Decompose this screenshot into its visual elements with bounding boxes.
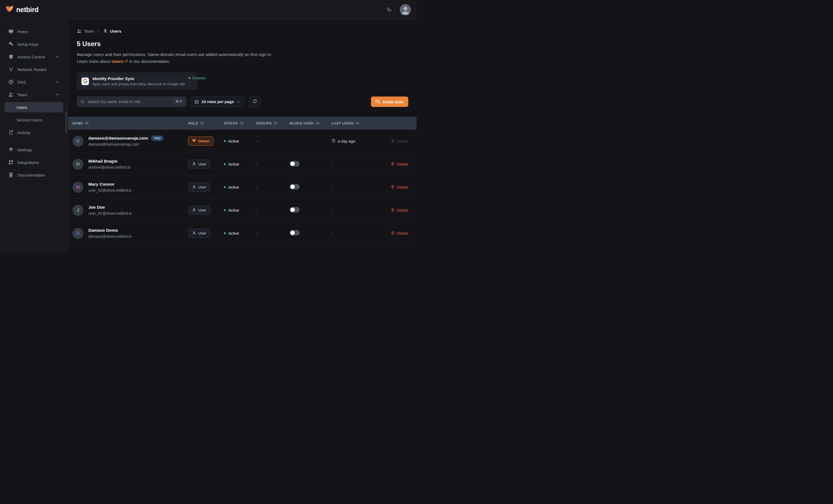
name-block: Damaso Demodamaso@show.netbird.io [88, 228, 132, 238]
role-badge[interactable]: User [188, 229, 210, 238]
name-line: Mary Connor [88, 182, 132, 187]
name-block: Mary Connoruser_02@show.netbird.io [88, 182, 132, 193]
block-user-toggle[interactable] [290, 207, 300, 212]
last-login-value: a day ago [338, 139, 355, 144]
status-cell: Active [224, 139, 256, 144]
block-user-toggle[interactable] [290, 184, 300, 190]
sidebar-item-dns[interactable]: DNS [4, 77, 63, 87]
role-label: User [198, 231, 206, 235]
sidebar-item-settings[interactable]: Settings [4, 145, 63, 155]
role-badge[interactable]: User [188, 159, 210, 169]
user-name-cell: MMary Connoruser_02@show.netbird.io [72, 182, 188, 193]
delete-label: Delete [397, 231, 408, 235]
sidebar-item-label: Network Routes [17, 67, 47, 72]
learn-suffix: in our documentation. [129, 59, 170, 64]
column-header-name[interactable]: NAME [72, 121, 188, 125]
user-name: Damaso Demo [88, 228, 118, 233]
name-line: Damaso Demo [88, 228, 132, 233]
breadcrumb-team[interactable]: Team [77, 28, 94, 33]
sidebar: PeersSetup KeysAccess ControlNetwork Rou… [0, 20, 68, 252]
breadcrumb-users[interactable]: Users [103, 28, 122, 33]
delete-button[interactable]: Delete [391, 185, 408, 190]
column-header-block-user[interactable]: BLOCK USER [290, 121, 331, 125]
sidebar-item-documentation[interactable]: Documentation [4, 170, 63, 180]
role-badge[interactable]: User [188, 206, 210, 215]
rows-per-page-select[interactable]: 10 rows per page [190, 97, 245, 107]
integrations-icon [8, 159, 14, 165]
name-line: damaso@damasosanoja.comYOU [88, 136, 163, 141]
column-header-role[interactable]: ROLE [188, 121, 224, 125]
mail-plus-icon [375, 99, 380, 105]
column-header-label: BLOCK USER [290, 122, 314, 125]
sidebar-scrollbar[interactable] [65, 111, 67, 133]
sidebar-item-setup-keys[interactable]: Setup Keys [4, 39, 63, 49]
gear-icon [8, 147, 14, 152]
table-body: Ddamaso@damasosanoja.comYOUdamaso@damaso… [68, 130, 416, 245]
role-label: Owner [198, 139, 210, 143]
sidebar-divider [0, 140, 68, 140]
role-cell: User [188, 206, 224, 215]
status-cell: Active [224, 162, 256, 167]
status-label: Active [228, 208, 239, 212]
sidebar-item-label: Documentation [17, 173, 45, 177]
status-label: Active [228, 185, 239, 190]
avatar-initial: M [76, 185, 79, 190]
role-badge[interactable]: User [188, 183, 210, 192]
sidebar-item-integrations[interactable]: Integrations [4, 157, 63, 168]
block-user-cell [290, 207, 331, 213]
status-label: Active [228, 231, 239, 235]
delete-cell: Delete [391, 208, 416, 213]
delete-cell: Delete [391, 185, 416, 190]
role-cell: Owner [188, 136, 224, 146]
column-header-last-login[interactable]: LAST LOGIN [331, 121, 375, 125]
users-doc-link[interactable]: Users [112, 58, 128, 65]
avatar-initial: J [77, 208, 79, 213]
refresh-icon [253, 99, 257, 104]
groups-cell: - [256, 139, 290, 144]
column-header-groups[interactable]: GROUPS [256, 121, 290, 125]
brand-logo[interactable]: netbird [5, 5, 39, 15]
role-cell: User [188, 229, 224, 238]
refresh-button[interactable] [248, 97, 261, 107]
invite-user-label: Invite User [383, 100, 404, 104]
sidebar-item-users[interactable]: Users [4, 102, 63, 112]
role-label: User [198, 208, 206, 212]
column-header-status[interactable]: STATUS [224, 121, 256, 125]
sidebar-item-access-control[interactable]: Access Control [4, 52, 63, 62]
invite-user-button[interactable]: Invite User [371, 97, 408, 107]
user-name: damaso@damasosanoja.com [88, 136, 148, 141]
sidebar-item-network-routes[interactable]: Network Routes [4, 64, 63, 75]
sort-down-icon [273, 121, 278, 125]
activity-icon [8, 130, 14, 135]
block-user-toggle[interactable] [290, 230, 300, 235]
dark-mode-toggle-button[interactable] [384, 4, 395, 15]
user-email: andrew@show.netbird.io [88, 165, 130, 170]
trash-icon [391, 139, 395, 144]
external-link-icon [124, 58, 128, 65]
block-user-toggle[interactable] [290, 161, 300, 167]
sidebar-item-service-users[interactable]: Service Users [4, 115, 63, 125]
status-dot-icon [224, 140, 226, 142]
last-login-value: - [331, 162, 333, 167]
app-window: netbird PeersSetup KeysAccess ControlNet… [0, 0, 416, 252]
top-bar: netbird [0, 0, 416, 20]
docs-icon [8, 172, 14, 178]
delete-button[interactable]: Delete [391, 162, 408, 167]
sidebar-item-team[interactable]: Team [4, 90, 63, 100]
sort-down-icon [240, 121, 244, 125]
role-badge[interactable]: Owner [188, 136, 213, 146]
delete-button[interactable]: Delete [391, 208, 408, 213]
monitor-icon [8, 29, 14, 34]
sidebar-item-peers[interactable]: Peers [4, 26, 63, 37]
page-description: Manage users and their permissions. Same… [77, 51, 324, 65]
sidebar-item-label: Peers [17, 29, 28, 34]
breadcrumb: Team Users [77, 28, 408, 33]
account-avatar[interactable] [400, 4, 411, 15]
table-row: MMary Connoruser_02@show.netbird.ioUserA… [68, 176, 416, 199]
sidebar-item-activity[interactable]: Activity [4, 127, 63, 137]
idp-sync-card[interactable]: Identity Provider Sync Sync users and gr… [77, 72, 197, 90]
search-icon [80, 99, 85, 105]
delete-button[interactable]: Delete [391, 231, 408, 236]
search-input[interactable] [77, 97, 187, 107]
avatar: D [72, 228, 84, 239]
